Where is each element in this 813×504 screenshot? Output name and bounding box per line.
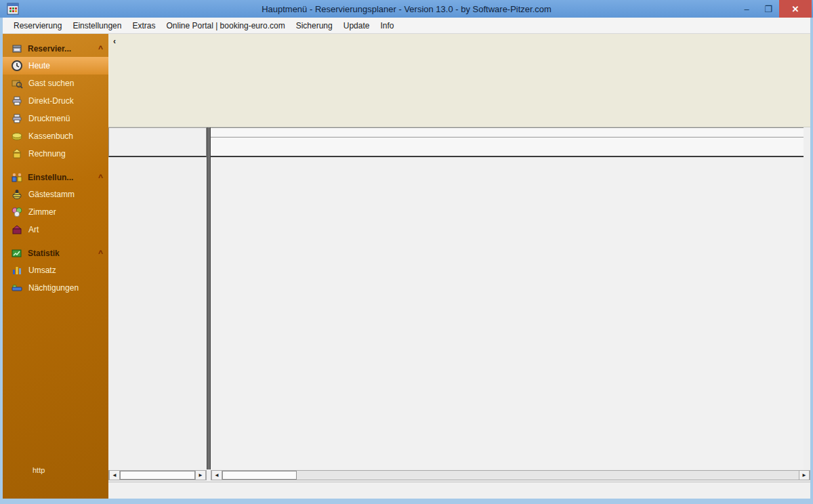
chart-icon — [11, 247, 23, 259]
scroll-right-icon[interactable]: ► — [799, 471, 810, 480]
sidebar-item-druckmenü[interactable]: Druckmenü — [3, 110, 108, 127]
menu-item-sicherung[interactable]: Sicherung — [291, 19, 338, 33]
clock-icon — [11, 60, 23, 72]
sidebar-item-nächtigungen[interactable]: Nächtigungen — [3, 279, 108, 297]
cashbook-icon — [11, 130, 23, 142]
sidebar: Reservier...^HeuteGast suchenDirekt-Druc… — [3, 34, 108, 499]
sidebar-item-label: Heute — [28, 61, 50, 70]
menu-item-extras[interactable]: Extras — [127, 19, 161, 33]
scrollbar-row: ◄ ► ◄ ► — [108, 469, 810, 482]
section-title: Reservier... — [28, 44, 98, 54]
window-controls: – ❐ ✕ — [736, 0, 812, 18]
sidebar-item-kassenbuch[interactable]: Kassenbuch — [3, 127, 108, 145]
scroll-left-icon[interactable]: ◄ — [211, 471, 222, 480]
window-border-bottom — [0, 499, 813, 504]
app-icon — [7, 3, 19, 15]
section-title: Einstellun... — [28, 173, 98, 182]
menu-bar: ReservierungEinstellungenExtrasOnline Po… — [3, 18, 810, 34]
sidebar-item-label: Direkt-Druck — [28, 96, 74, 106]
window-border-right — [810, 18, 813, 499]
people-icon — [11, 171, 23, 184]
sidebar-item-label: Gast suchen — [28, 79, 74, 88]
app-window: Hauptmenü - Reservierungsplaner - Versio… — [0, 0, 813, 504]
sidebar-item-label: Kassenbuch — [28, 131, 73, 141]
sidebar-section-statistik: Statistik^UmsatzNächtigungen — [3, 245, 108, 297]
timeline-grid — [211, 157, 804, 469]
sidebar-item-label: Umsatz — [28, 266, 56, 275]
sidebar-section-reservier: Reservier...^HeuteGast suchenDirekt-Druc… — [3, 41, 108, 163]
invoice-icon — [11, 148, 23, 160]
category-icon — [11, 224, 23, 236]
sidebar-item-gästestamm[interactable]: Gästestamm — [3, 186, 108, 203]
reservation-book-icon — [11, 43, 23, 55]
menu-item-info[interactable]: Info — [375, 19, 399, 33]
barchart-icon — [11, 264, 23, 276]
menu-item-reservierung[interactable]: Reservierung — [8, 19, 67, 33]
window-title: Hauptmenü - Reservierungsplaner - Versio… — [0, 4, 813, 14]
bee-icon — [11, 188, 23, 201]
sidebar-footer-text: http — [33, 466, 45, 474]
menu-item-einstellungen[interactable]: Einstellungen — [67, 19, 127, 33]
menu-item-update[interactable]: Update — [338, 19, 375, 33]
timeline-header — [211, 127, 804, 157]
sidebar-item-gast-suchen[interactable]: Gast suchen — [3, 75, 108, 92]
sidebar-section-header-einstellun[interactable]: Einstellun...^ — [3, 169, 108, 186]
sidebar-item-label: Rechnung — [28, 149, 66, 159]
guest-search-icon — [11, 77, 23, 89]
sidebar-item-label: Druckmenü — [28, 114, 70, 123]
sidebar-item-art[interactable]: Art — [3, 221, 108, 238]
sidebar-item-umsatz[interactable]: Umsatz — [3, 261, 108, 279]
reservation-gantt: ◄ ► ◄ ► — [108, 127, 810, 482]
chevron-up-icon: ^ — [98, 249, 103, 258]
sidebar-item-label: Zimmer — [28, 207, 56, 217]
rooms-icon — [11, 206, 23, 218]
status-bar — [108, 482, 810, 499]
sidebar-item-zimmer[interactable]: Zimmer — [3, 203, 108, 221]
room-list-header — [108, 127, 207, 157]
scroll-thumb[interactable] — [222, 471, 297, 480]
close-button[interactable]: ✕ — [779, 0, 812, 18]
calendar-strip: ‹ › — [108, 34, 810, 127]
bed-icon — [11, 282, 23, 294]
chevron-up-icon: ^ — [98, 44, 103, 54]
sidebar-item-label: Gästestamm — [28, 190, 75, 199]
menu-items: ReservierungEinstellungenExtrasOnline Po… — [8, 19, 399, 33]
sidebar-item-heute[interactable]: Heute — [3, 57, 108, 75]
sidebar-item-label: Art — [28, 225, 39, 234]
title-bar: Hauptmenü - Reservierungsplaner - Versio… — [0, 0, 813, 18]
chevron-up-icon: ^ — [98, 173, 103, 182]
scroll-thumb[interactable] — [120, 471, 195, 480]
room-list-hscrollbar[interactable]: ◄ ► — [108, 470, 207, 480]
printer-icon — [11, 95, 23, 107]
scroll-left-icon[interactable]: ◄ — [109, 471, 120, 480]
calendar-prev-arrow-icon[interactable]: ‹ — [110, 37, 119, 46]
sidebar-section-header-statistik[interactable]: Statistik^ — [3, 245, 108, 261]
sidebar-item-direkt-druck[interactable]: Direkt-Druck — [3, 92, 108, 110]
sidebar-item-rechnung[interactable]: Rechnung — [3, 145, 108, 163]
sidebar-item-label: Nächtigungen — [28, 283, 79, 293]
section-title: Statistik — [28, 249, 98, 258]
sidebar-section-header-reservier[interactable]: Reservier...^ — [3, 41, 108, 57]
printer-icon — [11, 112, 23, 125]
sidebar-section-einstellun: Einstellun...^GästestammZimmerArt — [3, 169, 108, 238]
maximize-button[interactable]: ❐ — [757, 0, 779, 18]
timeline-hscrollbar[interactable]: ◄ ► — [211, 470, 810, 480]
window-border-left — [0, 18, 3, 499]
minimize-button[interactable]: – — [736, 0, 757, 18]
menu-item-online-portal-booking-euro-com[interactable]: Online Portal | booking-euro.com — [161, 19, 290, 33]
scroll-right-icon[interactable]: ► — [195, 471, 206, 480]
